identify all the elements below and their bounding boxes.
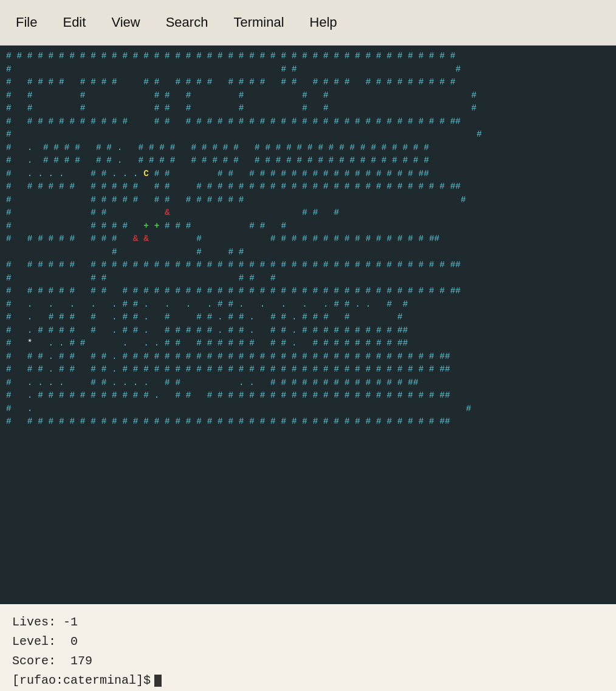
menu-file[interactable]: File: [12, 12, 41, 33]
score-label: Score:: [12, 654, 70, 668]
cursor: [154, 675, 162, 687]
status-bar: Lives: -1 Level: 0 Score: 179 [rufao:cat…: [0, 604, 616, 691]
score-line: Score: 179: [12, 652, 604, 671]
level-label: Level:: [12, 635, 70, 648]
level-line: Level: 0: [12, 632, 604, 652]
menu-help[interactable]: Help: [306, 12, 341, 33]
terminal-display: # # # # # # # # # # # # # # # # # # # # …: [0, 46, 616, 604]
menubar: File Edit View Search Terminal Help: [0, 0, 616, 46]
lives-label: Lives:: [12, 615, 63, 629]
level-value: 0: [70, 635, 78, 648]
menu-search[interactable]: Search: [162, 12, 212, 33]
menu-terminal[interactable]: Terminal: [230, 12, 287, 33]
terminal-content: # # # # # # # # # # # # # # # # # # # # …: [4, 48, 612, 431]
menu-edit[interactable]: Edit: [59, 12, 89, 33]
menu-view[interactable]: View: [108, 12, 143, 33]
prompt-line: [rufao:caterminal]$: [12, 671, 604, 690]
score-value: 179: [70, 654, 92, 668]
lives-value: -1: [63, 615, 78, 629]
prompt-text: [rufao:caterminal]$: [12, 671, 151, 690]
lives-line: Lives: -1: [12, 613, 604, 632]
